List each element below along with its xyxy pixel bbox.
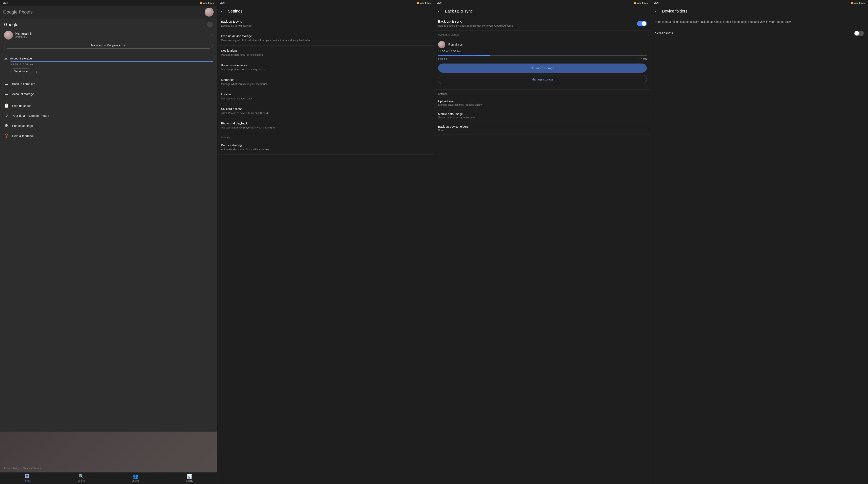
photos-nav-icon: 🖼 <box>25 474 29 479</box>
menu-item-free-up[interactable]: 📋 Free up space <box>0 101 217 111</box>
navigation-drawer: Google × Namerah S @gmail.c... ▾ Manage … <box>0 19 217 472</box>
manage-account-button[interactable]: Manage your Google Account <box>4 42 213 49</box>
sdcard-desc: Allow Photos to delete items on SD card <box>221 111 430 115</box>
menu-item-help[interactable]: ❓ Help & feedback <box>0 131 217 141</box>
status-bar-2: 2:35 📶 60% 🔋79% <box>217 0 434 6</box>
nav-sharing[interactable]: 👥 Sharing <box>108 474 163 482</box>
backup-sync-title: Back up & sync <box>221 20 430 23</box>
free-up-title: Free up device storage <box>221 34 430 38</box>
screenshots-toggle-knob <box>855 31 859 35</box>
settings-item-partner-sharing[interactable]: Partner sharing Automatically share phot… <box>217 140 434 155</box>
backup-sync-desc: Backing up to @gmail.com <box>221 24 430 28</box>
backup-device-folders-title: Back up device folders <box>438 125 647 128</box>
divider-2 <box>0 78 217 78</box>
storage-percent-row: 25% full 15 GB <box>438 58 647 61</box>
more-options-button[interactable]: ⋮ <box>33 68 39 74</box>
storage-title: Account storage <box>10 57 32 60</box>
faces-title: Group similar faces <box>221 63 430 67</box>
nav-photos[interactable]: 🖼 Photos <box>0 474 54 482</box>
backup-toggle-title: Back up & sync <box>438 20 513 23</box>
account-storage-label: Account & storage <box>434 31 651 38</box>
partner-sharing-title: Partner sharing <box>221 143 430 147</box>
get-storage-button[interactable]: Get storage <box>10 68 31 74</box>
sharing-nav-icon: 👥 <box>133 474 138 479</box>
upload-size-item[interactable]: Upload size Storage saver (slightly redu… <box>434 97 651 109</box>
backup-toggle-switch[interactable] <box>637 21 647 26</box>
backup-device-folders-desc: None <box>438 129 647 132</box>
library-nav-icon: 📊 <box>187 474 192 479</box>
nav-label-search: Search <box>78 480 85 482</box>
help-icon: ❓ <box>4 133 9 138</box>
menu-label-free-up: Free up space <box>12 104 31 108</box>
settings-item-sdcard[interactable]: SD card access Allow Photos to delete it… <box>217 104 434 118</box>
settings-item-free-up[interactable]: Free up device storage Remove original p… <box>217 31 434 46</box>
storage-underline <box>10 61 213 62</box>
close-drawer-button[interactable]: × <box>207 22 213 27</box>
menu-label-backup: Backup complete <box>12 82 35 86</box>
upload-size-title: Upload size <box>438 99 647 103</box>
backup-sync-page-title: Back up & sync <box>445 9 648 13</box>
nav-label-sharing: Sharing <box>132 480 140 482</box>
cloud-icon: ☁ <box>4 56 8 61</box>
menu-item-backup[interactable]: ☁ Backup complete <box>0 79 217 89</box>
storage-percent-label: 25% full <box>438 58 447 61</box>
backup-sync-content: Back up & sync Upload photos & videos fr… <box>434 17 651 484</box>
account-avatar <box>438 41 445 48</box>
storage-icon: ☁ <box>4 91 9 96</box>
sharing-section-label: Sharing <box>217 133 434 140</box>
get-more-storage-button[interactable]: Get more storage <box>438 63 647 72</box>
panel-device-folders: 2:36 📶 60% 🔋79% ← Device folders Your ca… <box>651 0 868 484</box>
panel1-header: Google Photos <box>0 6 217 19</box>
user-name: Namerah S <box>15 32 209 35</box>
menu-label-help: Help & feedback <box>12 134 34 138</box>
settings-item-location[interactable]: Location Manage your location data <box>217 89 434 104</box>
app-title: Google Photos <box>3 9 33 15</box>
settings-item-grid-playback[interactable]: Photo grid playback Manage automatic pla… <box>217 118 434 133</box>
settings-title: Settings <box>228 9 431 13</box>
progress-bar-fill <box>438 55 490 56</box>
photos-background <box>0 431 217 472</box>
sdcard-title: SD card access <box>221 107 430 111</box>
menu-item-storage[interactable]: ☁ Account storage <box>0 89 217 99</box>
nav-library[interactable]: 📊 Library <box>162 474 217 482</box>
backup-device-folders-item[interactable]: Back up device folders None <box>434 122 651 135</box>
mobile-data-item[interactable]: Mobile data usage Never back up using mo… <box>434 109 651 122</box>
device-folders-back-button[interactable]: ← <box>654 8 659 14</box>
menu-label-storage: Account storage <box>12 92 34 96</box>
drawer-header: Google × <box>0 19 217 29</box>
settings-item-memories[interactable]: Memories Manage what you see in your mem… <box>217 75 434 89</box>
nav-label-photos: Photos <box>24 480 30 482</box>
device-folders-description: Your camera folder is automatically back… <box>651 17 868 27</box>
settings-back-button[interactable]: ← <box>220 8 225 14</box>
memories-title: Memories <box>221 78 430 82</box>
screenshots-toggle[interactable] <box>854 31 864 36</box>
grid-playback-desc: Manage automatic playback in your photo … <box>221 126 430 129</box>
location-title: Location <box>221 93 430 96</box>
chevron-down-icon[interactable]: ▾ <box>211 33 213 37</box>
status-bar-3: 2:35 📶 60% 🔋79% <box>434 0 651 6</box>
gear-icon: ⚙ <box>4 123 9 128</box>
avatar-header[interactable] <box>205 8 214 17</box>
user-info: Namerah S @gmail.c... <box>15 32 209 38</box>
status-bar-4: 2:36 📶 60% 🔋79% <box>651 0 868 6</box>
panel-google-photos: 2:34 📶 60% 🔋79% Google Photos Google × N… <box>0 0 217 484</box>
settings-header: ← Settings <box>217 6 434 17</box>
nav-search[interactable]: 🔍 Search <box>54 474 108 482</box>
free-up-desc: Remove original photos & videos from you… <box>221 38 430 42</box>
settings-item-notifications[interactable]: Notifications Manage preferences for not… <box>217 46 434 60</box>
settings-item-backup-sync[interactable]: Back up & sync Backing up to @gmail.com <box>217 17 434 31</box>
notifications-desc: Manage preferences for notifications <box>221 53 430 57</box>
bottom-navigation: 🖼 Photos 🔍 Search 👥 Sharing 📊 Library <box>0 472 217 484</box>
settings-item-faces[interactable]: Group similar faces Manage preferences f… <box>217 60 434 75</box>
backup-toggle-item[interactable]: Back up & sync Upload photos & videos fr… <box>434 17 651 31</box>
manage-storage-button[interactable]: Manage storage <box>438 74 647 84</box>
shield-icon: 🛡 <box>4 113 9 118</box>
menu-item-settings[interactable]: ⚙ Photos settings <box>0 121 217 131</box>
backup-back-button[interactable]: ← <box>437 8 442 14</box>
menu-item-your-data[interactable]: 🛡 Your data in Google Photos <box>0 111 217 121</box>
folder-item-screenshots[interactable]: Screenshots <box>651 27 868 39</box>
user-section: Namerah S @gmail.c... ▾ Manage your Goog… <box>0 29 217 52</box>
backup-toggle-desc: Upload photos & videos from this device … <box>438 24 513 27</box>
upload-size-desc: Storage saver (slightly reduced quality) <box>438 103 647 106</box>
status-icons-3: 📶 60% 🔋79% <box>634 2 648 4</box>
